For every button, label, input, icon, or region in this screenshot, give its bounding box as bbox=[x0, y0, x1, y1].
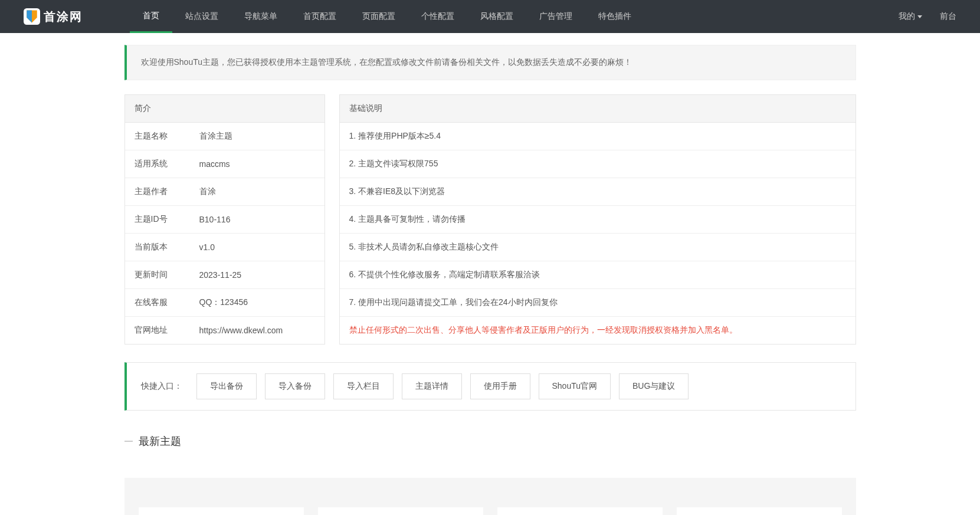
nav-site-settings[interactable]: 站点设置 bbox=[172, 0, 231, 33]
nav-ad-manage[interactable]: 广告管理 bbox=[526, 0, 585, 33]
brand-logo[interactable]: 首涂网 bbox=[24, 8, 83, 25]
intro-table: 主题名称首涂主题 适用系统maccms 主题作者首涂 主题ID号B10-116 … bbox=[125, 123, 325, 344]
theme-card[interactable] bbox=[318, 507, 483, 515]
manual-button[interactable]: 使用手册 bbox=[470, 373, 530, 399]
main-nav: 首页 站点设置 导航菜单 首页配置 页面配置 个性配置 风格配置 广告管理 特色… bbox=[130, 0, 899, 33]
theme-card[interactable] bbox=[139, 507, 304, 515]
rules-panel: 基础说明 1. 推荐使用PHP版本≥5.4 2. 主题文件读写权限755 3. … bbox=[339, 94, 856, 345]
table-row: 更新时间2023-11-25 bbox=[125, 261, 325, 289]
theme-detail-button[interactable]: 主题详情 bbox=[402, 373, 462, 399]
nav-menu[interactable]: 导航菜单 bbox=[231, 0, 290, 33]
nav-frontend-link[interactable]: 前台 bbox=[940, 11, 956, 22]
latest-themes-title: 最新主题 bbox=[124, 434, 856, 448]
export-backup-button[interactable]: 导出备份 bbox=[196, 373, 257, 399]
table-row: 当前版本v1.0 bbox=[125, 234, 325, 261]
table-row: 主题ID号B10-116 bbox=[125, 206, 325, 234]
list-item: 7. 使用中出现问题请提交工单，我们会在24小时内回复你 bbox=[340, 289, 856, 317]
theme-card[interactable] bbox=[497, 507, 663, 515]
nav-plugins[interactable]: 特色插件 bbox=[585, 0, 644, 33]
brand-name: 首涂网 bbox=[44, 9, 83, 25]
list-item: 6. 不提供个性化修改服务，高端定制请联系客服洽谈 bbox=[340, 261, 856, 289]
table-row: 主题名称首涂主题 bbox=[125, 123, 325, 150]
rules-title: 基础说明 bbox=[340, 95, 856, 123]
nav-custom-config[interactable]: 个性配置 bbox=[408, 0, 467, 33]
logo-icon bbox=[24, 8, 40, 25]
nav-home-config[interactable]: 首页配置 bbox=[290, 0, 349, 33]
nav-page-config[interactable]: 页面配置 bbox=[349, 0, 408, 33]
import-columns-button[interactable]: 导入栏目 bbox=[333, 373, 394, 399]
welcome-banner: 欢迎使用ShouTu主题，您已获得授权使用本主题管理系统，在您配置或修改文件前请… bbox=[124, 45, 856, 80]
bug-feedback-button[interactable]: BUG与建议 bbox=[619, 373, 689, 399]
list-item: 4. 主题具备可复制性，请勿传播 bbox=[340, 206, 856, 234]
table-row: 官网地址https://www.dkewl.com bbox=[125, 317, 325, 345]
intro-panel: 简介 主题名称首涂主题 适用系统maccms 主题作者首涂 主题ID号B10-1… bbox=[124, 94, 325, 345]
import-backup-button[interactable]: 导入备份 bbox=[265, 373, 325, 399]
list-item: 3. 不兼容IE8及以下浏览器 bbox=[340, 178, 856, 206]
table-row: 在线客服QQ：123456 bbox=[125, 289, 325, 317]
themes-grid bbox=[124, 478, 856, 515]
list-item: 2. 主题文件读写权限755 bbox=[340, 150, 856, 178]
rules-warning: 禁止任何形式的二次出售、分享他人等侵害作者及正版用户的行为，一经发现取消授权资格… bbox=[340, 317, 856, 344]
quick-entry-label: 快捷入口： bbox=[141, 381, 182, 392]
theme-card[interactable] bbox=[677, 507, 842, 515]
shoutu-site-button[interactable]: ShouTu官网 bbox=[539, 373, 611, 399]
top-nav: 首涂网 首页 站点设置 导航菜单 首页配置 页面配置 个性配置 风格配置 广告管… bbox=[0, 0, 980, 33]
table-row: 主题作者首涂 bbox=[125, 178, 325, 206]
nav-style-config[interactable]: 风格配置 bbox=[467, 0, 526, 33]
quick-entry-bar: 快捷入口： 导出备份 导入备份 导入栏目 主题详情 使用手册 ShouTu官网 … bbox=[124, 362, 856, 411]
list-item: 1. 推荐使用PHP版本≥5.4 bbox=[340, 123, 856, 150]
nav-home[interactable]: 首页 bbox=[130, 0, 172, 33]
chevron-down-icon bbox=[917, 15, 922, 18]
nav-mine-dropdown[interactable]: 我的 bbox=[899, 11, 922, 22]
list-item: 5. 非技术人员请勿私自修改主题核心文件 bbox=[340, 234, 856, 261]
table-row: 适用系统maccms bbox=[125, 150, 325, 178]
intro-title: 简介 bbox=[125, 95, 325, 123]
